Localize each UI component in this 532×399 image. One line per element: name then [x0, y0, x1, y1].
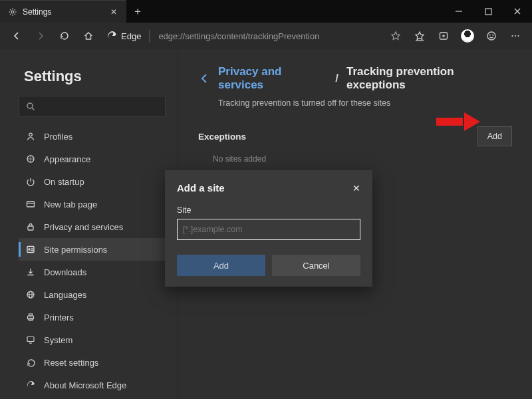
breadcrumb: Privacy and services / Tracking preventi…: [198, 65, 512, 92]
dialog-title: Add a site: [177, 182, 225, 194]
power-icon: [25, 177, 36, 186]
svg-point-15: [29, 133, 33, 136]
printer-icon: [25, 313, 36, 322]
settings-nav: Profiles Appearance On startup New tab p…: [19, 125, 166, 396]
avatar-icon: [461, 29, 474, 43]
svg-point-0: [11, 11, 14, 13]
download-icon: [25, 267, 36, 277]
nav-onstartup[interactable]: On startup: [19, 170, 166, 193]
svg-point-9: [493, 35, 493, 35]
close-window-button[interactable]: [503, 0, 532, 23]
svg-point-21: [29, 249, 30, 250]
nav-languages[interactable]: Languages: [19, 283, 166, 306]
nav-downloads[interactable]: Downloads: [19, 261, 166, 283]
feedback-button[interactable]: [480, 25, 503, 47]
refresh-button[interactable]: [53, 25, 76, 47]
nav-site-permissions[interactable]: Site permissions: [19, 238, 166, 261]
settings-search-input[interactable]: [41, 102, 158, 112]
settings-sidebar: Settings Profiles Appearance On startup …: [0, 49, 178, 399]
svg-rect-17: [27, 201, 35, 207]
svg-line-14: [32, 108, 35, 110]
edge-logo-icon: [106, 31, 117, 41]
back-button[interactable]: [5, 25, 28, 47]
more-button[interactable]: [504, 25, 527, 47]
nav-reset[interactable]: Reset settings: [19, 351, 166, 374]
collections-button[interactable]: [432, 25, 455, 47]
svg-point-11: [515, 35, 516, 37]
address-url: edge://settings/content/trackingPreventi…: [158, 31, 319, 41]
nav-printers[interactable]: Printers: [19, 306, 166, 329]
language-icon: [25, 290, 36, 299]
exceptions-heading: Exceptions: [198, 132, 246, 142]
svg-point-12: [517, 35, 519, 37]
site-field-input[interactable]: [177, 219, 360, 240]
nav-privacy[interactable]: Privacy and services: [19, 215, 166, 238]
svg-rect-27: [28, 316, 34, 319]
nav-newtab[interactable]: New tab page: [19, 193, 166, 215]
svg-point-7: [487, 32, 495, 40]
edge-identity: Edge: [106, 31, 141, 41]
add-site-dialog: Add a site ✕ Site Add Cancel: [165, 170, 372, 287]
gear-icon: [8, 7, 17, 17]
address-separator: │: [146, 30, 153, 42]
profile-button[interactable]: [456, 25, 479, 47]
permissions-icon: [25, 245, 36, 254]
page-subtext: Tracking prevention is turned off for th…: [218, 98, 512, 108]
browser-tab[interactable]: Settings ✕: [0, 0, 126, 23]
add-exception-button[interactable]: Add: [477, 126, 512, 146]
lock-icon: [25, 222, 36, 231]
address-bar[interactable]: Edge │ edge://settings/content/trackingP…: [101, 30, 383, 42]
nav-profiles[interactable]: Profiles: [19, 125, 166, 148]
browser-toolbar: Edge │ edge://settings/content/trackingP…: [0, 23, 532, 49]
dialog-close-icon[interactable]: ✕: [352, 183, 360, 194]
site-field-label: Site: [177, 205, 360, 215]
svg-point-10: [511, 35, 513, 37]
breadcrumb-parent[interactable]: Privacy and services: [218, 65, 327, 92]
nav-about[interactable]: About Microsoft Edge: [19, 374, 166, 396]
breadcrumb-current: Tracking prevention exceptions: [346, 65, 512, 92]
svg-rect-2: [485, 9, 491, 15]
breadcrumb-sep: /: [335, 72, 338, 85]
dialog-add-button[interactable]: Add: [177, 255, 265, 276]
dialog-cancel-button[interactable]: Cancel: [272, 255, 360, 276]
svg-point-13: [27, 103, 33, 108]
settings-heading: Settings: [24, 68, 166, 85]
svg-point-8: [489, 35, 490, 35]
reset-icon: [25, 358, 36, 367]
home-button[interactable]: [77, 25, 100, 47]
forward-button: [29, 25, 52, 47]
svg-rect-19: [28, 226, 33, 230]
svg-rect-30: [27, 337, 34, 342]
tab-title: Settings: [23, 7, 102, 17]
favorite-star-icon[interactable]: [384, 25, 407, 47]
system-icon: [25, 335, 36, 344]
tab-icon: [25, 200, 36, 209]
edge-icon: [25, 380, 36, 390]
svg-rect-28: [29, 314, 33, 316]
titlebar: Settings ✕ ＋: [0, 0, 532, 23]
person-icon: [25, 132, 36, 141]
exceptions-empty-text: No sites added: [213, 154, 512, 164]
paint-icon: [25, 154, 36, 164]
maximize-button[interactable]: [473, 0, 503, 23]
nav-system[interactable]: System: [19, 329, 166, 351]
settings-search[interactable]: [19, 96, 166, 117]
nav-appearance[interactable]: Appearance: [19, 148, 166, 170]
tab-close-icon[interactable]: ✕: [108, 7, 120, 17]
minimize-button[interactable]: [444, 0, 473, 23]
search-icon: [26, 102, 35, 111]
breadcrumb-back-icon[interactable]: [198, 72, 210, 84]
new-tab-button[interactable]: ＋: [126, 0, 149, 23]
annotation-arrow-icon: [436, 112, 480, 131]
favorites-button[interactable]: [408, 25, 431, 47]
